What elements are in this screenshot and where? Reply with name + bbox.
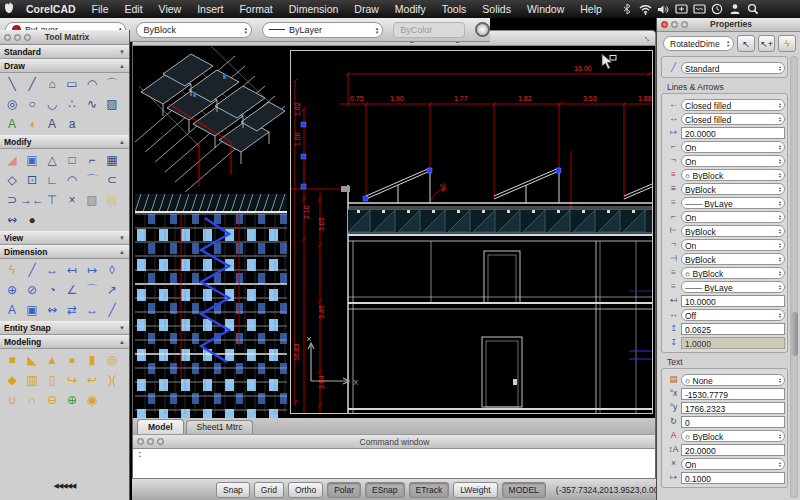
extension-line-1[interactable]: On (681, 211, 785, 223)
menu-item[interactable]: Dimension (281, 3, 347, 15)
copy-tool[interactable]: ▣ (22, 150, 42, 170)
command-input[interactable]: : (133, 449, 655, 479)
pan-tool[interactable]: ↭ (2, 210, 22, 230)
wedge-tool[interactable]: ◣ (22, 350, 42, 370)
dimension-line-2[interactable]: On (681, 155, 785, 167)
extension-line-2[interactable]: On (681, 239, 785, 251)
section-dimension[interactable]: Dimension▲ (0, 245, 129, 259)
bend-tool[interactable]: ↪ (62, 370, 82, 390)
loft-tool[interactable]: )( (102, 370, 122, 390)
text-fill-color[interactable]: ○ None (681, 374, 785, 386)
section-draw[interactable]: Draw▲ (0, 59, 129, 73)
section-standard[interactable]: Standard▼ (0, 45, 129, 59)
record-button[interactable] (475, 22, 490, 37)
arc-blend-tool[interactable]: ⌒ (82, 170, 102, 190)
tool-matrix-titlebar[interactable]: Tool Matrix (0, 30, 129, 45)
select-entities-button[interactable]: ↖ (737, 35, 755, 52)
extension-line-weight[interactable]: —— ByLaye (681, 281, 785, 293)
properties-titlebar[interactable]: Properties (657, 17, 800, 32)
dimension-line-weight[interactable]: —— ByLaye (681, 197, 785, 209)
text-height[interactable]: 20.0000 (681, 444, 785, 456)
arc-length-tool[interactable]: ⌒ (82, 280, 102, 300)
tolerance-tool[interactable]: ▣ (22, 300, 42, 320)
baseline-dimension-tool[interactable]: ↤ (62, 260, 82, 280)
subtract-tool[interactable]: ⊖ (42, 390, 62, 410)
chamfer-tool[interactable]: ⊂ (102, 170, 122, 190)
trim-tool[interactable]: × (62, 190, 82, 210)
dimension-line-style[interactable]: ByBlock (681, 183, 785, 195)
extend-tool[interactable]: ⊤ (42, 190, 62, 210)
volume-icon[interactable] (656, 3, 670, 15)
stretch-tool[interactable]: ∟ (42, 170, 62, 190)
union-tool[interactable]: ∪ (2, 390, 22, 410)
smart-dimension-tool[interactable]: ϟ (2, 260, 22, 280)
menu-item[interactable]: Window (519, 3, 572, 15)
sheet-tab[interactable]: Model (137, 419, 184, 434)
check-solid-tool[interactable]: ⊕ (62, 390, 82, 410)
slab-tool[interactable]: ▥ (22, 370, 42, 390)
display-icon[interactable] (674, 3, 688, 15)
sphere-tool[interactable]: ● (62, 350, 82, 370)
close-contour-tool[interactable]: ⊃ (2, 190, 22, 210)
menu-app-name[interactable]: CorelCAD (18, 3, 84, 15)
menu-item[interactable]: Format (231, 3, 280, 15)
text-color[interactable]: ○ ByBlock (681, 430, 785, 442)
status-toggle[interactable]: MODEL (502, 482, 546, 498)
cylinder-tool[interactable]: ▮ (82, 350, 102, 370)
polygon-tool[interactable]: ⌂ (42, 74, 62, 94)
menu-item[interactable]: Edit (117, 3, 151, 15)
section-entity-snap[interactable]: Entity Snap▼ (0, 321, 129, 335)
note-tool[interactable]: a (62, 114, 82, 134)
join-tool[interactable]: →← (22, 190, 42, 210)
window-controls[interactable] (657, 21, 692, 28)
extrude-tool[interactable]: ▯ (42, 370, 62, 390)
text-position-x[interactable]: -1530.7779 (681, 388, 785, 400)
arrow-start-style[interactable]: Closed filled (681, 99, 785, 111)
quick-select-button[interactable]: ϟ (778, 35, 796, 52)
properties-scrollbar[interactable] (790, 56, 798, 498)
menu-item[interactable]: Help (572, 3, 610, 15)
viewport-3d-wireframe[interactable] (135, 46, 287, 418)
weld-tool[interactable]: ◇ (2, 170, 22, 190)
drawing-canvas[interactable]: 16.00 0.75 1.90 1.77 1.82 3.53 1.88 1.02… (132, 46, 656, 418)
arc-tangent-tool[interactable]: ⌒ (102, 74, 122, 94)
point-tool[interactable]: ∴ (62, 94, 82, 114)
pyramid-tool[interactable]: ◆ (2, 370, 22, 390)
hatch-edit-tool[interactable]: ▧ (82, 190, 102, 210)
polyline-tool[interactable]: ╱ (22, 74, 42, 94)
status-toggle[interactable]: ESnap (365, 482, 405, 498)
fixed-extension-length[interactable]: 1.0000 (681, 337, 785, 349)
extension-line-color[interactable]: ○ ByBlock (681, 267, 785, 279)
status-toggle[interactable]: Polar (327, 482, 361, 498)
ordinate-dimension-tool[interactable]: ◊ (102, 260, 122, 280)
hatch-tool[interactable]: ▨ (102, 94, 122, 114)
explode-tool[interactable]: ● (22, 210, 42, 230)
dimension-line-1[interactable]: On (681, 141, 785, 153)
center-mark-tool[interactable]: ⊕ (2, 280, 22, 300)
dimension-style-select[interactable]: Standard (681, 62, 785, 74)
ellipse-tool[interactable]: ○ (22, 94, 42, 114)
menu-item[interactable]: Insert (189, 3, 231, 15)
scrollbar-thumb[interactable] (791, 312, 798, 356)
extension-line-extension[interactable]: 10.0000 (681, 295, 785, 307)
erase-tool[interactable]: ◢ (2, 150, 22, 170)
status-toggle[interactable]: ETrack (409, 482, 450, 498)
radius-dimension-tool[interactable]: ◔ (42, 280, 62, 300)
time-machine-icon[interactable] (710, 3, 724, 15)
extension-line-offset[interactable]: 0.0625 (681, 323, 785, 335)
entity-type-dropdown[interactable]: RotatedDime (663, 36, 734, 51)
sync-icon[interactable] (692, 3, 706, 15)
dimension-line-color[interactable]: ○ ByBlock (681, 169, 785, 181)
angular-dimension-tool[interactable]: ∠ (62, 280, 82, 300)
section-modeling[interactable]: Modeling▲ (0, 335, 129, 349)
bluetooth-icon[interactable] (620, 3, 634, 15)
edit-dimension-tool[interactable]: ↭ (42, 300, 62, 320)
spotlight-icon[interactable] (746, 3, 760, 15)
circle-tool[interactable]: ◎ (2, 94, 22, 114)
fillet-tool[interactable]: ◠ (62, 170, 82, 190)
palette-collapse-handle[interactable]: ◀◀◀◀◀ (0, 482, 129, 494)
mirror-tool[interactable]: △ (42, 150, 62, 170)
diameter-dimension-tool[interactable]: ⊘ (22, 280, 42, 300)
section-view[interactable]: View▼ (0, 231, 129, 245)
status-toggle[interactable]: Ortho (288, 482, 323, 498)
